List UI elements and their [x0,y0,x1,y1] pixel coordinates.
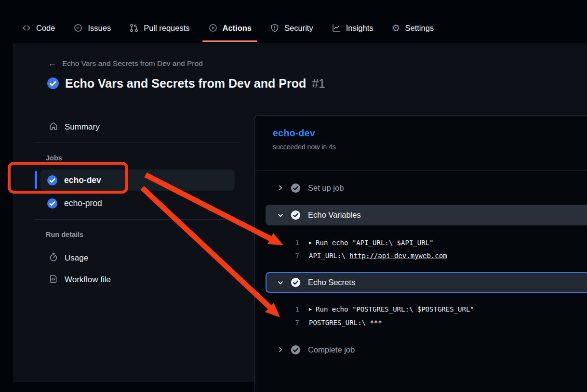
breadcrumb-workflow-name[interactable]: Echo Vars and Secrets from Dev and Prod [62,59,203,68]
step-success-check-icon [291,345,301,355]
step-label: Set up job [308,183,344,193]
step-set-up-job[interactable]: Set up job [255,181,587,195]
run-title-row: Echo Vars and Secrets from Dev and Prod … [47,76,325,91]
nav-label-code: Code [36,24,55,33]
log-line: 1 ▶Run echo "API_URL:\ $API_URL" [255,236,587,249]
log-line-number[interactable]: 1 [255,239,299,247]
sidebar-usage-label: Usage [65,253,88,263]
success-check-icon [47,77,59,90]
log-command-text: Run echo "API_URL:\ $API_URL" [316,239,433,247]
sidebar-divider [35,143,240,143]
log-line-number[interactable]: 7 [255,252,299,260]
step-label: Echo Secrets [308,278,355,287]
breadcrumb[interactable]: ← Echo Vars and Secrets from Dev and Pro… [48,59,203,68]
selected-job-accent-bar [35,171,37,189]
chevron-right-icon[interactable] [277,184,284,192]
step-echo-variables[interactable]: Echo Variables [266,205,587,225]
nav-label-pull-requests: Pull requests [144,24,189,33]
nav-tab-settings[interactable]: ⚙ Settings [392,22,434,34]
job-name-echo-prod: echo-prod [64,198,102,209]
expander-triangle-icon[interactable]: ▶ [309,306,312,312]
sidebar-workflow-file-label: Workflow file [65,275,111,285]
nav-label-actions: Actions [223,24,252,33]
back-arrow-icon[interactable]: ← [48,59,57,68]
run-details-section-label: Run details [46,231,83,238]
log-output-text: API_URL:\ [309,252,349,260]
sidebar-job-echo-prod[interactable]: echo-prod [40,195,102,212]
log-line: 7 POSTGRES_URL:\ *** [255,316,587,329]
chevron-right-icon[interactable] [277,346,284,353]
job-status-text: succeeded now in 4s [273,143,569,151]
log-command-text: Run echo "POSTGRES_URL:\ $POSTGRES_URL" [316,305,474,313]
log-header: echo-dev succeeded now in 4s [255,116,587,151]
step-success-check-icon [291,183,301,193]
log-output-link[interactable]: http://api-dev.myweb.com [349,252,447,260]
step-label: Echo Variables [308,210,361,220]
nav-tab-insights[interactable]: Insights [332,22,374,34]
run-number: #1 [312,77,325,91]
log-line: 7 API_URL:\ http://api-dev.myweb.com [255,249,587,262]
log-job-name[interactable]: echo-dev [273,128,569,139]
gear-icon: ⚙ [392,24,400,32]
job-success-check-icon [47,175,58,186]
nav-tab-code[interactable]: Code [22,22,55,34]
issue-icon [73,23,83,33]
sidebar-item-usage[interactable]: Usage [49,252,88,264]
page-title: Echo Vars and Secrets from Dev and Prod [65,77,306,91]
nav-label-insights: Insights [346,24,374,33]
log-header-divider [255,170,587,170]
nav-tab-security[interactable]: Security [270,22,313,34]
nav-tab-issues[interactable]: Issues [73,22,111,34]
play-circle-icon [208,23,218,33]
home-icon [49,121,58,133]
pull-request-icon [129,23,139,33]
step-label: Complete job [308,345,355,354]
log-line: 1 ▶Run echo "POSTGRES_URL:\ $POSTGRES_UR… [255,302,587,315]
log-line-number[interactable]: 1 [255,305,299,313]
nav-tab-pull-requests[interactable]: Pull requests [129,22,189,34]
nav-label-issues: Issues [88,24,111,33]
stopwatch-icon [49,252,58,264]
nav-tab-actions[interactable]: Actions [208,22,252,34]
sidebar-item-workflow-file[interactable]: Workflow file [49,274,111,286]
code-icon [22,23,31,33]
jobs-section-label: Jobs [46,154,62,162]
job-success-check-icon [47,198,58,209]
step-echo-secrets[interactable]: Echo Secrets [266,272,587,293]
job-log-panel: echo-dev succeeded now in 4s Set up job … [254,115,587,392]
sidebar-summary-label: Summary [65,122,100,132]
repo-nav: Code Issues Pull requests Actions Securi… [0,0,587,43]
expander-triangle-icon[interactable]: ▶ [309,240,312,245]
nav-label-security: Security [284,24,313,33]
log-line-number[interactable]: 7 [255,319,299,327]
step-success-check-icon [291,277,301,287]
log-output-text: POSTGRES_URL:\ *** [309,319,382,327]
graph-icon [332,23,341,33]
sidebar-item-summary[interactable]: Summary [49,121,100,133]
code-file-icon [49,274,58,286]
shield-icon [270,23,280,33]
job-name-echo-dev: echo-dev [64,175,101,185]
step-complete-job[interactable]: Complete job [255,343,587,356]
sidebar-divider [35,219,240,220]
step-success-check-icon [291,210,301,220]
chevron-down-icon[interactable] [277,211,284,219]
nav-label-settings: Settings [405,24,434,33]
chevron-down-icon[interactable] [277,279,284,287]
sidebar-job-echo-dev[interactable]: echo-dev [40,170,235,191]
